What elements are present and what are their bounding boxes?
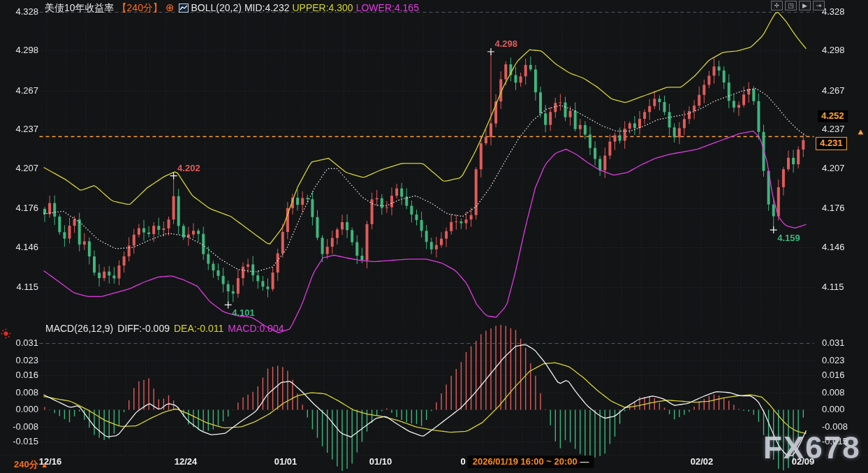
chart-canvas[interactable] [0,0,868,473]
axis-tick-label: 4.146 [0,242,38,252]
boll-mid-value: MID:4.232 [244,2,290,13]
period-tag: 【240分】 [117,2,163,13]
axis-tick-label: 0.016 [822,370,845,380]
macd-diff-value: DIFF:-0.009 [117,323,170,334]
marked-price-badge: 4.252 [818,110,848,122]
axis-tick-label: 0.016 [0,370,38,380]
instrument-title: 美债10年收益率 [45,2,115,13]
period-label: 240分 [14,459,38,470]
macd-macd-value: MACD:0.004 [228,323,284,334]
axis-tick-label: 0.008 [0,388,38,398]
crosshair-date-tooltip: 02026/01/19 16:00 ~ 20:00 — [461,456,594,467]
axis-tick-label: 4.328 [0,7,38,17]
boll-lower-value: LOWER:4.165 [356,2,419,13]
axis-tick-label: 0.000 [822,405,845,414]
tooltip-prefix: 0 [461,456,466,467]
axis-tick-label: 4.115 [0,282,38,292]
x-axis-tick-label: 12/24 [175,456,198,467]
axis-tick-label: 4.146 [822,242,845,252]
macd-dea-value: DEA:-0.011 [174,323,223,334]
axis-tick-label: 4.298 [0,45,38,55]
x-axis-tick-label: 01/01 [274,456,297,467]
period-selector[interactable]: 240分 ▲ [14,458,48,471]
period-arrow-icon: ▲ [41,460,48,469]
mini-chart-icon[interactable] [179,3,189,15]
plus-circle-icon[interactable]: ⊕ [165,1,175,13]
tooltip-dash: — [580,456,589,467]
price-extreme-annotation: 4.101 [232,307,255,318]
watermark: FX678 [763,430,861,465]
price-extreme-annotation: 4.159 [777,233,800,243]
last-price-badge: 4.231 [816,137,847,150]
axis-tick-label: 4.267 [822,86,845,96]
price-extreme-annotation: 4.202 [177,163,200,173]
axis-tick-label: 0.031 [822,338,845,348]
axis-tick-label: 0.023 [0,356,38,365]
axis-tick-label: 4.237 [822,124,845,134]
axis-tick-label: -0.015 [0,437,38,446]
macd-params-label: MACD(26,12,9) [45,323,113,334]
axis-tick-label: 4.237 [0,124,38,134]
axis-tick-label: 0.008 [822,388,845,398]
axis-tick-label: 0.023 [822,356,845,365]
boll-upper-value: UPPER:4.300 [292,2,353,13]
axis-tick-label: 4.176 [822,203,845,213]
x-axis-tick-label: 01/10 [369,456,392,467]
axis-tick-label: 4.207 [0,163,38,173]
pane-play-icon[interactable]: ▶ [799,1,811,10]
pane-export-icon[interactable]: ⇥ [813,1,825,10]
crosshair-icon[interactable]: ✛ [771,1,783,10]
axis-tick-label: 0.000 [0,405,38,414]
chart-header: 美债10年收益率【240分】⊕BOLL(20,2)MID:4.232UPPER:… [45,1,422,15]
axis-tick-label: 4.298 [822,45,845,55]
axis-tick-label: 4.267 [0,86,38,96]
axis-tick-label: -0.008 [0,422,38,432]
live-indicator-icon [1,328,11,342]
boll-label: BOLL(20,2) [191,2,242,13]
tooltip-date: 2026/01/19 16:00 ~ 20:00 [473,456,578,467]
chart-toolbar: ✛ ◳ ▶ ⇥ [771,1,825,10]
axis-tick-label: 4.207 [822,163,845,173]
axis-tick-label: 4.176 [0,203,38,213]
axis-tick-label: 4.328 [822,7,845,17]
x-axis: 12/1612/2401/0101/1002/0202/0902026/01/1… [0,456,868,470]
axis-tick-label: 4.115 [822,282,844,292]
macd-header: MACD(26,12,9)DIFF:-0.009DEA:-0.011MACD:0… [45,323,288,334]
x-axis-tick-label: 02/02 [691,456,714,467]
chart-root: 美债10年收益率【240分】⊕BOLL(20,2)MID:4.232UPPER:… [0,0,868,473]
pane-corner-icon[interactable]: ◳ [785,1,797,10]
tooltip-box: 2026/01/19 16:00 ~ 20:00 — [468,456,594,468]
price-extreme-annotation: 4.298 [495,38,518,49]
